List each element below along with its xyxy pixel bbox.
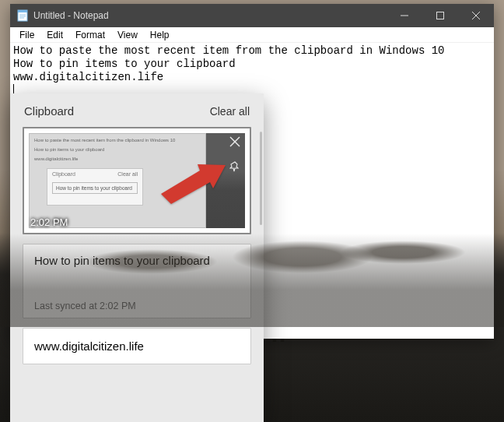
menu-file[interactable]: File [13, 28, 40, 42]
svg-rect-1 [18, 10, 27, 12]
menu-edit[interactable]: Edit [40, 28, 69, 42]
pin-item-button[interactable] [226, 158, 243, 175]
close-button[interactable] [458, 4, 494, 27]
clipboard-item-synced: Last synced at 2:02 PM [34, 282, 240, 311]
menu-format[interactable]: Format [69, 28, 111, 42]
clipboard-item-content: www.digitalcitizen.life [34, 339, 144, 353]
menu-help[interactable]: Help [144, 28, 176, 42]
notepad-icon [16, 9, 29, 22]
minimize-button[interactable] [387, 4, 422, 27]
titlebar[interactable]: Untitled - Notepad [10, 4, 494, 27]
menubar: File Edit Format View Help [10, 27, 494, 43]
list-scrollbar-thumb[interactable] [260, 132, 262, 225]
clipboard-title: Clipboard [24, 104, 74, 118]
clipboard-item-image[interactable]: How to paste the most recent item from t… [23, 127, 251, 234]
desktop-wallpaper: Untitled - Notepad File Edit Format View… [0, 0, 504, 422]
clipboard-thumbnail: How to paste the most recent item from t… [24, 128, 250, 233]
menu-view[interactable]: View [111, 28, 144, 42]
window-title: Untitled - Notepad [33, 10, 387, 21]
delete-item-button[interactable] [226, 133, 243, 150]
clipboard-item-text[interactable]: How to pin items to your clipboard Last … [23, 244, 251, 318]
clipboard-item-timestamp: 2:02 PM [30, 216, 68, 228]
clipboard-list: How to paste the most recent item from t… [10, 127, 264, 364]
clipboard-flyout: Clipboard Clear all How to paste the mos… [10, 93, 264, 422]
document-text: How to paste the most recent item from t… [13, 44, 445, 83]
clipboard-item-content: How to pin items to your clipboard [34, 254, 240, 267]
clear-all-button[interactable]: Clear all [210, 105, 250, 118]
svg-rect-6 [437, 12, 444, 19]
clipboard-item-text[interactable]: www.digitalcitizen.life [23, 328, 251, 364]
maximize-button[interactable] [422, 4, 458, 27]
